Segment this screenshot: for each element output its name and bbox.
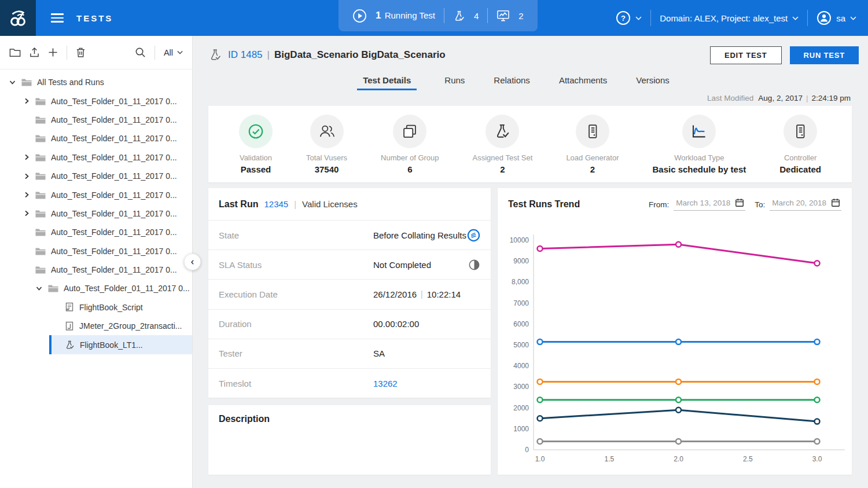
tree-item-folder[interactable]: Auto_Test_Folder_01_11_2017 0... bbox=[0, 185, 192, 204]
tab-relations[interactable]: Relations bbox=[492, 74, 531, 90]
stat-circle bbox=[576, 115, 609, 148]
run-test-button[interactable]: RUN TEST bbox=[790, 46, 859, 64]
tree-item-test[interactable]: FlightBook_Script bbox=[49, 298, 192, 317]
tree-item-folder[interactable]: Auto_Test_Folder_01_11_2017 0... bbox=[0, 260, 192, 279]
tab-attachments[interactable]: Attachments bbox=[558, 74, 608, 90]
half-circle-icon bbox=[468, 259, 480, 271]
divider bbox=[807, 10, 808, 26]
test-id-link[interactable]: ID 1485 bbox=[228, 49, 263, 61]
chevron-down-icon[interactable] bbox=[9, 79, 16, 85]
svg-text:2000: 2000 bbox=[513, 404, 529, 412]
svg-text:9000: 9000 bbox=[513, 257, 529, 265]
app-logo-icon[interactable] bbox=[0, 0, 36, 36]
stat-label: Validation bbox=[239, 153, 273, 162]
folder-icon bbox=[35, 97, 46, 105]
tree-item-folder[interactable]: Auto_Test_Folder_01_11_2017 0... bbox=[0, 111, 192, 129]
new-folder-icon[interactable] bbox=[9, 47, 21, 57]
filter-dropdown-value: All bbox=[164, 48, 173, 57]
tree-item-folder[interactable]: Auto_Test_Folder_01_11_2017 0... bbox=[0, 148, 192, 167]
edit-test-button[interactable]: EDIT TEST bbox=[710, 46, 782, 64]
folder-icon bbox=[35, 172, 46, 180]
last-run-row-timeslot: Timeslot13262 bbox=[208, 368, 491, 398]
trend-blue-point bbox=[538, 339, 543, 344]
tree-item-folder[interactable]: Auto_Test_Folder_01_11_2017 0... bbox=[0, 223, 192, 241]
row-label: State bbox=[219, 230, 373, 240]
sidebar-collapse-button[interactable] bbox=[184, 254, 201, 270]
tree-item-folder-expanded[interactable]: Auto_Test_Folder_01_11_2017 0... bbox=[0, 279, 192, 298]
last-run-row-duration: Duration00.00:02:00 bbox=[208, 309, 491, 339]
trend-gray-point bbox=[815, 439, 820, 444]
calendar-icon[interactable] bbox=[735, 198, 744, 207]
folder-icon bbox=[35, 266, 46, 274]
upload-icon[interactable] bbox=[30, 47, 39, 58]
chevron-down-icon bbox=[635, 16, 642, 20]
tree-item-label: Auto_Test_Folder_01_11_2017 0... bbox=[51, 228, 177, 237]
last-run-row-state: StateBefore Collating Results bbox=[208, 220, 491, 249]
stat-value: 37540 bbox=[306, 164, 347, 174]
user-icon bbox=[816, 10, 832, 25]
description-title: Description bbox=[219, 414, 480, 424]
stat-label: Controller bbox=[779, 153, 821, 162]
trend-navy-point bbox=[676, 408, 681, 413]
tree-item-folder[interactable]: Auto_Test_Folder_01_11_2017 0... bbox=[0, 129, 192, 148]
chevron-right-icon[interactable] bbox=[23, 154, 30, 160]
add-icon[interactable] bbox=[48, 47, 58, 57]
tree-item-folder[interactable]: Auto_Test_Folder_01_11_2017 0... bbox=[0, 242, 192, 260]
tree-item-folder[interactable]: Auto_Test_Folder_01_11_2017 0... bbox=[0, 167, 192, 185]
validation-icon bbox=[247, 123, 264, 140]
domain-project-selector[interactable]: Domain: ALEX, Project: alex_test bbox=[660, 13, 799, 23]
filter-dropdown[interactable]: All bbox=[164, 48, 183, 57]
chevron-right-icon[interactable] bbox=[23, 173, 30, 179]
tab-test-details[interactable]: Test Details bbox=[357, 74, 417, 90]
play-circle-icon bbox=[352, 9, 367, 23]
chevron-right-icon[interactable] bbox=[23, 210, 30, 217]
trend-orange-point bbox=[815, 379, 820, 384]
last-run-row-sla-status: SLA StatusNot Completed bbox=[208, 249, 491, 279]
running-status-pill[interactable]: 1 Running Test 4 2 bbox=[339, 0, 538, 31]
row-value[interactable]: 13262 bbox=[373, 379, 398, 388]
svg-text:6000: 6000 bbox=[513, 320, 529, 328]
trend-green-point bbox=[676, 397, 681, 402]
help-menu[interactable]: ? bbox=[616, 10, 642, 25]
calendar-icon[interactable] bbox=[831, 198, 840, 207]
stat-number-of-group: Number of Group6 bbox=[381, 115, 439, 174]
trend-navy-point bbox=[538, 416, 543, 421]
tree-item-label: Auto_Test_Folder_01_11_2017 0... bbox=[51, 265, 177, 274]
tab-versions[interactable]: Versions bbox=[635, 74, 671, 90]
controller-icon bbox=[793, 123, 808, 140]
stat-value: 2 bbox=[473, 164, 533, 174]
row-value: 26/12/2016 bbox=[373, 289, 417, 299]
chevron-down-icon[interactable] bbox=[36, 285, 42, 291]
chevron-right-icon[interactable] bbox=[23, 98, 30, 104]
stat-value: Basic schedule by test bbox=[652, 164, 746, 174]
folder-icon bbox=[35, 134, 46, 142]
stat-value: 6 bbox=[381, 164, 439, 174]
tree-item-folder[interactable]: Auto_Test_Folder_01_11_2017 0... bbox=[0, 91, 192, 110]
svg-text:4000: 4000 bbox=[513, 362, 529, 370]
tree-item-test-selected[interactable]: FlightBook_LT1... bbox=[49, 335, 192, 354]
tree-item-label: Auto_Test_Folder_01_11_2017 0... bbox=[51, 153, 177, 162]
tree-root-all-tests-and-runs[interactable]: All Tests and Runs bbox=[0, 73, 192, 91]
test-set-icon bbox=[494, 123, 510, 140]
delete-icon[interactable] bbox=[76, 47, 86, 58]
tree-item-folder[interactable]: Auto_Test_Folder_01_11_2017 0... bbox=[0, 204, 192, 223]
trend-green-point bbox=[538, 397, 543, 402]
from-date-input[interactable]: March 13, 2018 bbox=[674, 198, 745, 211]
trend-gray-point bbox=[676, 439, 681, 444]
svg-text:1.0: 1.0 bbox=[535, 455, 545, 463]
chevron-right-icon[interactable] bbox=[23, 192, 30, 198]
separator: | bbox=[267, 49, 270, 61]
script-icon bbox=[65, 302, 74, 312]
menu-icon[interactable] bbox=[51, 13, 64, 22]
tab-runs[interactable]: Runs bbox=[443, 74, 466, 90]
tree-item-test[interactable]: JMeter_2Group_2transacti... bbox=[49, 317, 192, 335]
divider bbox=[67, 46, 67, 60]
search-icon[interactable] bbox=[135, 47, 146, 58]
stat-label: Assigned Test Set bbox=[473, 153, 533, 162]
user-menu[interactable]: sa bbox=[816, 10, 856, 25]
to-date-input[interactable]: March 20, 2018 bbox=[770, 198, 841, 211]
load-test-icon bbox=[209, 49, 222, 61]
folder-icon bbox=[21, 78, 32, 86]
last-run-id-link[interactable]: 12345 bbox=[264, 199, 288, 209]
stat-validation: ValidationPassed bbox=[239, 115, 273, 174]
